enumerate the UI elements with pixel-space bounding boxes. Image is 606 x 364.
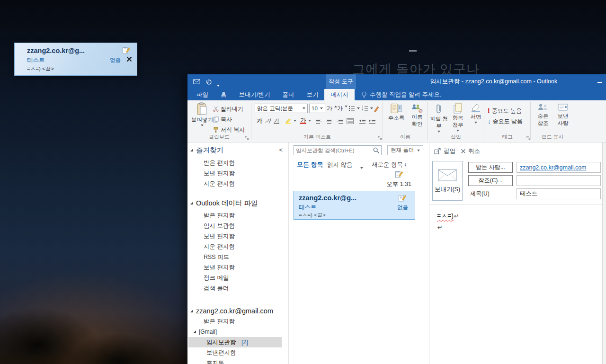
message-list-pane: 현재 폴더 모든 항목 읽지 않음 새로운 항목 ↓ 오후 1:31 zzang…: [289, 142, 428, 364]
tab-file[interactable]: 파일: [190, 89, 214, 100]
align-left-button[interactable]: [315, 116, 322, 126]
cc-field[interactable]: [517, 175, 601, 186]
nav-item-outbox[interactable]: 보낼 편지함: [204, 262, 235, 273]
draft-preview-card[interactable]: zzang2.co.kr@g... 테스트 없음 =ㅅ=) <끝>: [14, 43, 137, 76]
clipboard-icon: [196, 102, 208, 115]
underline-button[interactable]: 가: [274, 116, 279, 125]
sort-by-label[interactable]: 새로운 항목: [372, 161, 403, 169]
from-button[interactable]: 보낸 사람: [554, 103, 572, 127]
basic-text-dialog-launcher[interactable]: [378, 136, 382, 140]
numbering-button[interactable]: 123: [362, 104, 373, 113]
sort-direction-arrow[interactable]: ↓: [404, 161, 407, 168]
address-book-button[interactable]: 주소록: [386, 103, 406, 122]
tab-home[interactable]: 홈: [214, 89, 233, 100]
align-right-button[interactable]: [336, 116, 343, 126]
increase-indent-icon: [369, 118, 376, 124]
nav-item-sent[interactable]: 보낸 편지함: [204, 231, 235, 241]
nav-item-deleted[interactable]: 지운 편지함: [204, 241, 235, 252]
filter-all-items[interactable]: 모든 항목: [297, 160, 323, 169]
font-name-select[interactable]: 맑은 고딕(본문: [255, 104, 308, 113]
search-scope-dropdown[interactable]: 현재 폴더: [387, 145, 423, 155]
nav-item-deleted[interactable]: 지운 편지함: [204, 178, 235, 189]
tree-expanded-icon[interactable]: [190, 310, 193, 312]
minimize-button[interactable]: [597, 82, 602, 83]
bullets-button[interactable]: [348, 104, 360, 113]
compose-scrollbar[interactable]: [602, 142, 606, 364]
grow-font-button[interactable]: 가: [327, 104, 337, 113]
nav-item-inbox[interactable]: 받은 편지함: [204, 316, 235, 327]
tab-view[interactable]: 보기: [300, 89, 324, 100]
bcc-button[interactable]: 숨은 참조: [534, 103, 552, 127]
mail-list-item-selected[interactable]: zzang2.co.kr@g... 테스트 없음 =ㅅ=) <끝>: [294, 191, 415, 220]
nav-item-gmail-trash[interactable]: 휴지통: [206, 358, 224, 364]
nav-item-inbox[interactable]: 받은 편지함: [204, 158, 235, 168]
shrink-font-button[interactable]: 가: [337, 104, 348, 113]
tree-expanded-icon[interactable]: [193, 330, 196, 333]
draft-pencil-icon: [395, 171, 403, 178]
nav-item-inbox[interactable]: 받은 편지함: [204, 210, 235, 221]
search-input[interactable]: [296, 148, 373, 153]
tab-folder[interactable]: 폴더: [276, 89, 300, 100]
attach-file-button[interactable]: 파일 첨부: [430, 103, 448, 133]
nav-item-gmail-sent[interactable]: 보낸편지함: [206, 347, 236, 358]
nav-item-sent[interactable]: 보낸 편지함: [204, 168, 235, 178]
cut-button[interactable]: 잘라내기: [213, 104, 243, 114]
attach-item-button[interactable]: 항목 첨부: [449, 103, 467, 132]
close-icon[interactable]: [126, 56, 132, 62]
search-icon[interactable]: [373, 147, 379, 153]
clipboard-dialog-launcher[interactable]: [245, 136, 249, 140]
paperclip-icon: [436, 103, 442, 115]
high-importance-button[interactable]: ! 중요도 높음: [488, 106, 522, 115]
search-box[interactable]: [294, 145, 382, 155]
align-center-button[interactable]: [326, 116, 333, 126]
check-names-button[interactable]: @ 이름 확인: [408, 103, 426, 128]
filter-unread[interactable]: 읽지 않음: [327, 161, 352, 169]
low-importance-button[interactable]: ↓ 중요도 낮음: [488, 116, 523, 126]
ghost-sender: zzang2.co.kr@g...: [27, 47, 85, 54]
nav-item-gmail-drafts-selected[interactable]: 임시보관함 [2]: [188, 337, 282, 347]
bcc-people-icon: [537, 103, 549, 112]
tree-expanded-icon[interactable]: [190, 149, 193, 151]
message-body-editor[interactable]: =ㅅ=)↵ ↵: [429, 205, 601, 364]
nav-item-drafts[interactable]: 임시 보관함: [204, 221, 235, 231]
qat-dropdown-icon[interactable]: [217, 81, 220, 89]
pop-out-button[interactable]: 팝업: [434, 146, 455, 156]
tab-send-receive[interactable]: 보내기/받기: [233, 89, 276, 100]
format-painter-button[interactable]: 서식 복사: [213, 125, 245, 134]
nav-item-gmail-node[interactable]: [Gmail]: [199, 327, 217, 337]
pen-style-button[interactable]: [374, 104, 379, 113]
distribute-button[interactable]: [347, 116, 354, 126]
italic-button[interactable]: 가: [265, 116, 271, 125]
nav-item-junk[interactable]: 정크 메일: [204, 273, 229, 283]
nav-item-rss[interactable]: RSS 피드: [204, 252, 229, 262]
font-size-select[interactable]: 10: [309, 104, 325, 113]
collapse-pane-icon[interactable]: <: [279, 145, 283, 155]
tell-me-box[interactable]: 수행할 작업을 알려 주세요.: [361, 89, 441, 100]
ribbon: 붙여넣기 잘라내기 복사 서식 복사 클립보드 맑은 고딕(본문 10 가 가: [187, 100, 606, 142]
paste-button[interactable]: 붙여넣기: [191, 102, 213, 126]
to-field[interactable]: zzang2.co.kr@gmail.com: [517, 162, 601, 173]
mail-list-item[interactable]: 오후 1:31: [292, 169, 417, 190]
font-color-button[interactable]: 가: [300, 116, 311, 125]
address-book-icon: [391, 103, 402, 114]
to-button[interactable]: 받는 사람...: [468, 162, 513, 173]
subject-field[interactable]: 테스트: [517, 188, 601, 199]
bold-button[interactable]: 가: [257, 116, 262, 125]
send-receive-icon[interactable]: [193, 79, 200, 84]
tree-expanded-icon[interactable]: [190, 202, 193, 204]
tab-message[interactable]: 메시지: [324, 89, 355, 100]
decrease-indent-button[interactable]: [359, 116, 366, 126]
nav-item-search-folders[interactable]: 검색 폴더: [204, 283, 229, 293]
datafile-header[interactable]: Outlook 데이터 파일: [196, 198, 258, 208]
undo-icon[interactable]: [205, 79, 212, 85]
copy-button[interactable]: 복사: [213, 115, 232, 124]
highlight-button[interactable]: [285, 116, 296, 125]
cc-button[interactable]: 참조(C)...: [468, 175, 513, 186]
increase-indent-button[interactable]: [369, 116, 376, 126]
signature-button[interactable]: 서명: [468, 103, 484, 124]
account-header[interactable]: zzang2.co.kr@gmail.com: [196, 306, 273, 316]
send-button[interactable]: 보내기(S): [432, 161, 463, 201]
favorites-header[interactable]: 즐겨찾기: [196, 145, 223, 155]
pen-icon: [374, 106, 379, 112]
discard-button[interactable]: 취소: [461, 146, 480, 156]
